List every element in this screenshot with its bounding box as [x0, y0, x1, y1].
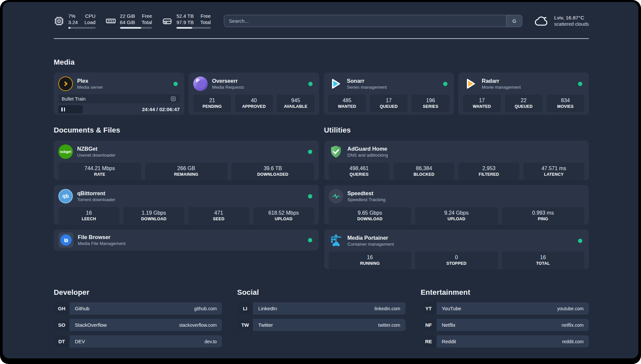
speedtest-icon [329, 189, 343, 203]
service-desc: Movie management [482, 84, 521, 90]
bookmark-name: YouTube [442, 306, 461, 311]
pause-icon[interactable] [61, 107, 65, 111]
resource-monitors: 7% 3.24 CPU Load [54, 13, 211, 29]
stat-tile: 485 WANTED [328, 95, 366, 112]
search-bar: G [224, 15, 522, 27]
stat-tile: 2,953 FILTERED [458, 163, 519, 180]
bookmark-url: linkedin.com [375, 306, 400, 311]
bookmark-abbr: DT [54, 335, 70, 348]
bookmark-twitter[interactable]: TW Twitter twitter.com [237, 319, 405, 331]
search-input[interactable] [224, 15, 506, 27]
service-card-portainer[interactable]: Media Portainer Container management 16 … [324, 229, 589, 269]
top-bar: 7% 3.24 CPU Load [54, 12, 589, 30]
bookmark-url: reddit.com [562, 339, 584, 344]
disk-labels: Free Total [200, 13, 211, 25]
weather-condition: scattered clouds [554, 21, 589, 27]
service-card-plex[interactable]: Plex Media server Bullet Train [54, 73, 184, 115]
stat-tile: 1.19 Gbps DOWNLOAD [123, 207, 184, 225]
stat-tile: 17 WANTED [463, 95, 501, 112]
search-provider-button[interactable]: G [506, 15, 522, 27]
bookmark-linkedin[interactable]: LI LinkedIn linkedin.com [237, 302, 405, 315]
service-desc: Torrent downloader [77, 197, 115, 203]
weather-widget: Lviv, 16.87°C scattered clouds [534, 14, 589, 27]
stat-tile: 834 MOVIES [546, 95, 584, 112]
now-playing-title: Bullet Train [62, 96, 86, 102]
service-name: AdGuard Home [348, 145, 388, 152]
stat-tile: 21 PENDING [193, 95, 231, 112]
status-dot-online [308, 238, 312, 242]
stat-tile: 471 SEED [188, 207, 249, 225]
stat-tile: 498,461 QUERIES [329, 163, 390, 180]
service-desc: Speedtest Tracking [348, 197, 386, 203]
stat-tile: 16 RUNNING [329, 252, 412, 269]
service-card-overseerr[interactable]: Overseerr Media Requests 21 PENDING 40 A… [189, 73, 319, 115]
service-card-radarr[interactable]: Radarr Movie management 17 WANTED 22 QUE… [458, 73, 589, 115]
now-playing-row: Bullet Train [58, 94, 180, 103]
status-dot-online [443, 82, 447, 86]
service-card-filebrowser[interactable]: File Browser Media File Management [54, 229, 319, 251]
service-card-nzbget[interactable]: nzbget NZBGet Usenet downloader 744.21 M… [54, 140, 319, 180]
screen-icon[interactable] [170, 96, 176, 102]
service-desc: Media server [77, 84, 103, 90]
disk-values: 52.4 TB 97.9 TB [176, 13, 194, 25]
bookmark-name: Twitter [258, 322, 273, 328]
overseerr-icon [193, 76, 208, 91]
bookmark-netflix[interactable]: NF Netflix netflix.com [421, 319, 589, 331]
bookmark-name: DEV [75, 339, 85, 344]
status-dot-online [578, 239, 582, 243]
service-card-qbittorrent[interactable]: qb qBittorrent Torrent downloader 16 LEE… [54, 185, 319, 225]
service-desc: Series management [347, 84, 387, 90]
bookmark-github[interactable]: GH Github github.com [54, 302, 222, 315]
bookmark-dev[interactable]: DT DEV dev.to [54, 335, 222, 348]
bookmark-group-social: Social LI LinkedIn linkedin.com TW Twitt… [237, 288, 405, 352]
service-card-adguard[interactable]: AdGuard Home DNS and adblocking 498,461 … [324, 140, 589, 180]
ram-icon [106, 16, 116, 26]
radarr-icon [463, 76, 477, 91]
column-utilities: Utilities AdGuard Home [324, 126, 589, 269]
portainer-icon [329, 233, 343, 248]
stat-tile: 196 SERIES [412, 95, 449, 112]
service-name: Plex [77, 77, 103, 84]
bookmark-youtube[interactable]: YT YouTube youtube.com [421, 302, 589, 315]
sonarr-icon [328, 76, 343, 91]
bookmark-name: LinkedIn [258, 306, 277, 311]
section-title-social: Social [237, 288, 405, 297]
stat-tile: 86,384 BLOCKED [393, 163, 454, 180]
player-progress-fill [58, 105, 83, 113]
service-desc: Media Requests [212, 84, 244, 90]
bookmark-url: youtube.com [557, 306, 584, 311]
stat-tile: 9.65 Gbps DOWNLOAD [329, 207, 412, 225]
stat-tile: 16 TOTAL [502, 252, 585, 269]
memory-progressbar [120, 27, 152, 29]
service-card-speedtest[interactable]: Speedtest Speedtest Tracking 9.65 Gbps D… [324, 185, 589, 225]
cpu-icon [54, 16, 64, 26]
cpu-labels: CPU Load [84, 13, 95, 25]
stat-tile: 945 AVAILABLE [277, 95, 315, 112]
adguard-icon [329, 144, 343, 159]
bookmark-name: Github [75, 306, 89, 311]
service-desc: Container management [348, 241, 394, 247]
service-desc: Usenet downloader [77, 152, 115, 158]
service-desc: Media File Management [78, 241, 126, 247]
cloud-icon [534, 14, 549, 27]
bookmark-abbr: LI [237, 302, 253, 315]
player-time: 24:44 / 02:06:47 [142, 106, 180, 112]
bookmark-name: Netflix [442, 322, 456, 328]
service-name: File Browser [78, 234, 126, 241]
bookmark-stackoverflow[interactable]: SO StackOverflow stackoverflow.com [54, 319, 222, 331]
qbittorrent-icon: qb [58, 189, 73, 203]
bookmark-url: dev.to [204, 339, 217, 344]
bookmark-reddit[interactable]: RE Reddit reddit.com [421, 335, 589, 348]
player-progress-row: 24:44 / 02:06:47 [58, 105, 180, 113]
disk-icon [162, 16, 172, 26]
bookmark-url: github.com [194, 306, 217, 311]
stat-tile: 0 STOPPED [415, 252, 498, 269]
bookmark-name: StackOverflow [75, 322, 107, 328]
memory-labels: Free Total [141, 13, 152, 25]
bookmark-group-developer: Developer GH Github github.com SO StackO… [54, 288, 222, 352]
service-card-sonarr[interactable]: Sonarr Series management 485 WANTED 17 Q… [323, 73, 454, 115]
service-desc: DNS and adblocking [348, 152, 388, 158]
section-title-utilities: Utilities [324, 126, 589, 135]
screen-frame: 7% 3.24 CPU Load [0, 0, 641, 364]
status-dot-online [578, 82, 582, 86]
